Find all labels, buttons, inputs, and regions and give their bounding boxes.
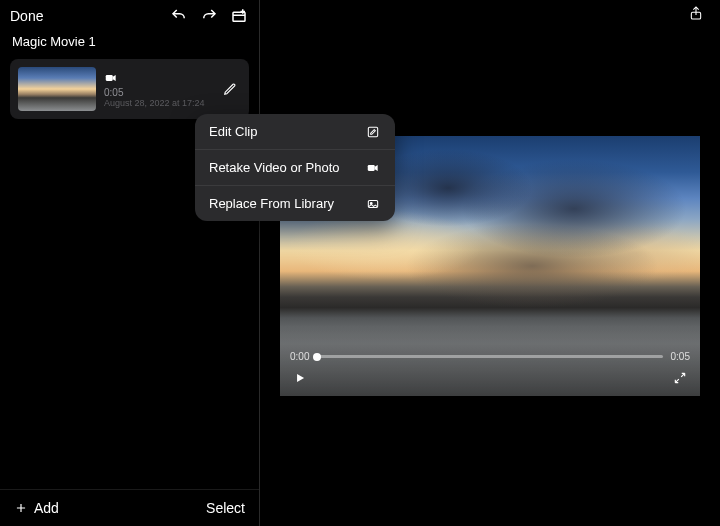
done-button[interactable]: Done [10,8,43,24]
undo-button[interactable] [169,6,189,26]
player-controls [290,368,690,388]
add-label: Add [34,500,59,516]
add-button[interactable]: Add [14,500,59,516]
select-button[interactable]: Select [206,500,245,516]
clip-date: August 28, 2022 at 17:24 [104,98,211,108]
main-top-bar [260,0,720,26]
redo-icon [200,7,218,25]
player-wrap: 0:00 0:05 [260,26,720,526]
timeline: 0:00 0:05 [290,351,690,362]
sidebar: Done Magic Movie 1 0:05 A [0,0,260,526]
menu-replace-label: Replace From Library [209,196,334,211]
menu-replace[interactable]: Replace From Library [195,186,395,221]
fullscreen-button[interactable] [670,368,690,388]
total-time: 0:05 [671,351,690,362]
photo-library-icon [365,197,381,211]
share-icon [688,3,704,23]
scrubber-knob[interactable] [313,353,321,361]
redo-button[interactable] [199,6,219,26]
play-icon [293,371,307,385]
sidebar-top-row: Done [0,0,259,28]
scrubber-track[interactable] [317,355,662,358]
menu-retake-label: Retake Video or Photo [209,160,340,175]
svg-rect-1 [106,75,113,81]
camera-icon [365,161,381,175]
main-area: 0:00 0:05 [260,0,720,526]
add-media-button[interactable] [229,6,249,26]
menu-edit-label: Edit Clip [209,124,257,139]
menu-retake[interactable]: Retake Video or Photo [195,150,395,186]
clip-meta: 0:05 August 28, 2022 at 17:24 [104,71,211,108]
clip-card[interactable]: 0:05 August 28, 2022 at 17:24 [10,59,249,119]
plus-icon [14,501,28,515]
pencil-icon [223,82,237,96]
share-button[interactable] [686,3,706,23]
clip-duration: 0:05 [104,87,211,98]
svg-rect-3 [368,127,377,136]
menu-edit-clip[interactable]: Edit Clip [195,114,395,150]
play-button[interactable] [290,368,310,388]
edit-square-icon [365,125,381,139]
expand-icon [673,371,687,385]
edit-clip-button[interactable] [219,78,241,100]
svg-rect-4 [368,165,375,171]
undo-icon [170,7,188,25]
clip-context-menu: Edit Clip Retake Video or Photo Replace … [195,114,395,221]
filmstrip-plus-icon [230,7,248,25]
video-icon [104,71,118,85]
clip-thumbnail [18,67,96,111]
sidebar-bottom-bar: Add Select [0,489,259,526]
project-title: Magic Movie 1 [0,28,259,59]
current-time: 0:00 [290,351,309,362]
